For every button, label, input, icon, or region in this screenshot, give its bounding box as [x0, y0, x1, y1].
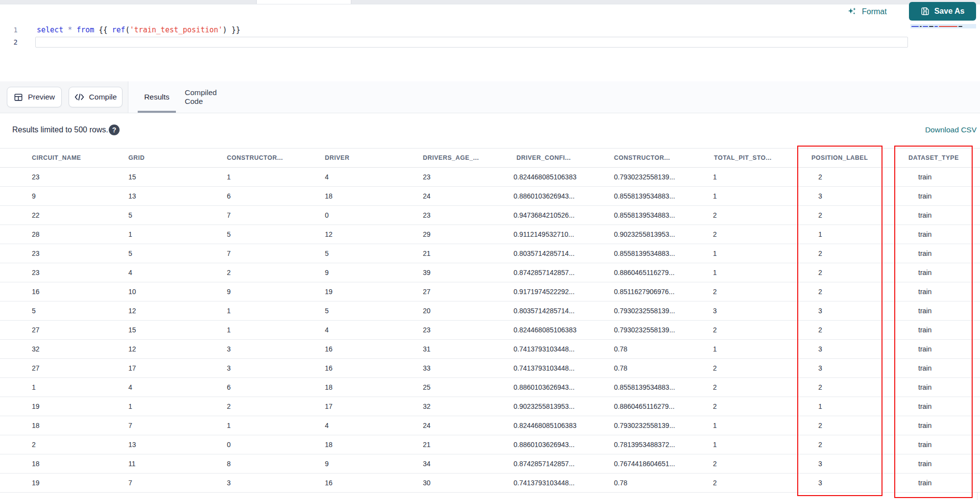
table-cell: 0: [227, 435, 231, 454]
table-cell: 19: [32, 397, 40, 416]
table-cell: 0.7413793103448...: [514, 474, 575, 492]
table-cell: 0.824468085106383: [514, 168, 576, 186]
preview-button[interactable]: Preview: [7, 87, 62, 107]
table-cell: 7: [128, 416, 132, 435]
sql-token-plain: [108, 25, 112, 34]
highlight-box-dataset-type: [894, 146, 973, 498]
table-cell: 3: [227, 474, 231, 492]
table-cell: 4: [128, 263, 132, 282]
column-header: CONSTRUCTOR...: [227, 149, 283, 167]
table-cell: 1: [713, 263, 717, 282]
table-cell: 7: [128, 474, 132, 492]
table-cell: 5: [325, 244, 329, 263]
table-cell: 1: [713, 416, 717, 435]
table-cell: 0.8558139534883...: [614, 378, 675, 397]
editor-minimap[interactable]: [910, 24, 976, 28]
table-cell: 9: [32, 187, 36, 205]
tab-compiled-code-label: Compiled Code: [185, 88, 232, 106]
table-cell: 8: [227, 454, 231, 473]
tab-compiled-code[interactable]: Compiled Code: [185, 81, 232, 113]
divider: [128, 81, 128, 113]
sql-line-2-active[interactable]: [35, 37, 908, 48]
table-cell: 2: [713, 397, 717, 416]
table-cell: 19: [325, 282, 333, 301]
column-header: DRIVER: [325, 149, 349, 167]
minimap-mark: [920, 26, 922, 27]
format-button[interactable]: Format: [847, 5, 887, 19]
table-cell: 5: [325, 301, 329, 320]
active-tab-underline: [138, 111, 176, 113]
sql-line-1-code[interactable]: select * from {{ ref('train_test_positio…: [37, 25, 240, 35]
table-cell: 2: [713, 321, 717, 339]
compile-button[interactable]: Compile: [69, 87, 122, 107]
table-cell: 5: [227, 225, 231, 244]
tab-results[interactable]: Results: [138, 81, 176, 113]
minimap-mark: [911, 26, 919, 27]
table-cell: 13: [128, 435, 136, 454]
table-cell: 31: [423, 340, 431, 358]
table-cell: 12: [128, 340, 136, 358]
table-cell: 29: [423, 225, 431, 244]
action-bar: Preview Compile Results Compiled Code: [0, 81, 980, 113]
table-cell: 0.824468085106383: [514, 321, 576, 339]
sql-token-plain: [63, 25, 68, 34]
table-cell: 27: [423, 282, 431, 301]
table-cell: 1: [227, 416, 231, 435]
table-cell: 23: [32, 263, 40, 282]
table-cell: 23: [32, 168, 40, 186]
save-as-label: Save As: [934, 7, 965, 16]
table-cell: 0.78: [614, 474, 627, 492]
download-csv-link[interactable]: Download CSV: [925, 124, 977, 136]
table-cell: 18: [325, 435, 333, 454]
line-number-1: 1: [8, 25, 18, 35]
code-icon: [74, 93, 84, 101]
sql-token-string: 'train_test_position': [130, 25, 223, 34]
sparkle-icon: [847, 6, 858, 17]
table-cell: 0.78: [614, 359, 627, 377]
minimap-mark: [929, 26, 933, 27]
active-file-tab[interactable]: [256, 0, 351, 4]
table-cell: 0.9171974522292...: [514, 282, 575, 301]
table-cell: 2: [713, 454, 717, 473]
help-icon[interactable]: ?: [109, 125, 120, 135]
table-cell: 0.9023255813953...: [514, 397, 575, 416]
table-cell: 21: [423, 435, 431, 454]
table-cell: 25: [423, 378, 431, 397]
table-cell: 23: [423, 168, 431, 186]
table-cell: 1: [227, 168, 231, 186]
table-cell: 0.8860465116279...: [614, 397, 675, 416]
table-cell: 28: [32, 225, 40, 244]
compile-label: Compile: [89, 93, 117, 101]
table-cell: 17: [325, 397, 333, 416]
table-cell: 0.7413793103448...: [514, 359, 575, 377]
table-cell: 0.8860103626943...: [514, 187, 575, 205]
sql-token-operator: *: [68, 25, 72, 34]
sql-token-paren: (: [125, 25, 130, 34]
sql-token-function: ref: [112, 25, 125, 34]
table-cell: 13: [128, 187, 136, 205]
table-cell: 32: [32, 340, 40, 358]
table-cell: 18: [325, 187, 333, 205]
table-cell: 16: [32, 282, 40, 301]
column-header: CIRCUIT_NAME: [32, 149, 81, 167]
table-cell: 1: [227, 301, 231, 320]
tabs-zone: [128, 81, 980, 113]
table-cell: 0.7930232558139...: [614, 321, 675, 339]
table-cell: 4: [325, 168, 329, 186]
table-cell: 1: [32, 378, 36, 397]
table-cell: 15: [128, 321, 136, 339]
table-cell: 7: [227, 244, 231, 263]
sql-token-paren: ): [222, 25, 227, 34]
table-cell: 0.7930232558139...: [614, 301, 675, 320]
table-cell: 0.8511627906976...: [614, 282, 675, 301]
table-cell: 2: [713, 378, 717, 397]
table-cell: 1: [713, 187, 717, 205]
table-cell: 0.7413793103448...: [514, 340, 575, 358]
save-as-button[interactable]: Save As: [909, 2, 976, 21]
column-header: TOTAL_PIT_STO...: [714, 149, 772, 167]
table-cell: 1: [128, 225, 132, 244]
table-cell: 24: [423, 187, 431, 205]
table-cell: 9: [325, 263, 329, 282]
table-cell: 7: [227, 206, 231, 225]
table-cell: 0: [325, 206, 329, 225]
